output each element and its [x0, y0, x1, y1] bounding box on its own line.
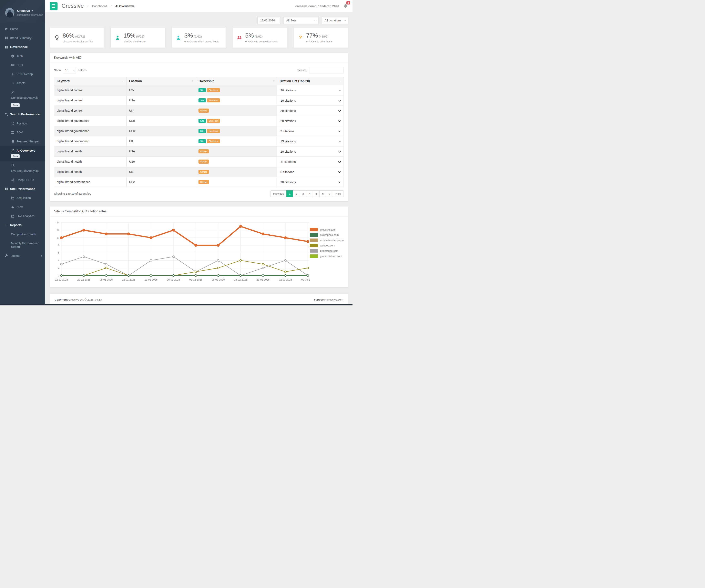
citation-accordion[interactable]: 20 citations — [280, 150, 341, 153]
svg-text:0: 0 — [58, 274, 59, 277]
column-header-citation-list-top-20[interactable]: Citation List (Top 20)↑↓ — [277, 77, 343, 85]
legend-swatch — [310, 238, 318, 242]
sidebar-item-competitive-health[interactable]: Competitive Health — [0, 230, 45, 239]
previous-page-button[interactable]: Previous — [271, 190, 287, 197]
page-5-button[interactable]: 5 — [313, 190, 320, 197]
sidebar-item-ai-overviews[interactable]: AI OverviewsBeta — [0, 146, 45, 161]
legend-label: brightedge.com — [320, 249, 338, 253]
svg-text:02-03-2026: 02-03-2026 — [279, 278, 292, 281]
keywords-panel-title: Keywords with AIO — [50, 53, 348, 63]
beta-badge: Beta — [11, 154, 19, 158]
citation-accordion[interactable]: 9 citations — [280, 129, 341, 133]
menu-toggle-button[interactable] — [50, 2, 57, 10]
sidebar-item-toolbox[interactable]: Toolbox — [0, 252, 45, 260]
sidebar-item-tech[interactable]: Tech — [0, 52, 45, 60]
location-cell: UK — [127, 136, 196, 146]
stat-fraction: (2/62) — [194, 35, 202, 38]
page-2-button[interactable]: 2 — [293, 190, 300, 197]
next-page-button[interactable]: Next — [333, 190, 344, 197]
sort-icon: ↑↓ — [339, 79, 341, 82]
stat-label: of AIOs cite client owned hosts — [184, 40, 219, 43]
sidebar-item-search-performance[interactable]: Search Performance — [0, 110, 45, 119]
sidebar-item-home[interactable]: Home — [0, 25, 45, 34]
user-menu[interactable]: Cressive — [17, 9, 43, 12]
citation-accordion[interactable]: 20 citations — [280, 89, 341, 92]
collapse-icon[interactable] — [40, 255, 43, 257]
sidebar-item-site-performance[interactable]: Site Performance — [0, 184, 45, 194]
page-size-select[interactable]: 10 — [63, 67, 76, 74]
sidebar-item-acquisition[interactable]: Acquisition — [0, 193, 45, 202]
support-email[interactable]: support@cressive.com — [314, 298, 343, 301]
sidebar-item-cro[interactable]: CRO — [0, 202, 45, 212]
ownership-badge: Site Host — [207, 139, 220, 143]
sort-icon: ↑↓ — [273, 79, 275, 82]
sidebar-item-featured-snippet[interactable]: Featured Snippet — [0, 137, 45, 146]
citation-accordion[interactable]: 10 citations — [280, 99, 341, 102]
grid-icon — [4, 36, 8, 40]
location-cell: USw — [127, 126, 196, 136]
sidebar-item-assets[interactable]: Assets — [0, 79, 45, 88]
keyword-cell: digital brand health — [54, 156, 127, 167]
citation-accordion[interactable]: 20 citations — [280, 180, 341, 184]
page-1-button[interactable]: 1 — [286, 190, 293, 197]
date-filter-input[interactable] — [257, 17, 280, 24]
location-cell: USw — [127, 156, 196, 167]
sidebar-item-governance[interactable]: Governance — [0, 42, 45, 52]
chart-line-icon — [11, 196, 15, 200]
legend-label: crownpeak.com — [320, 233, 339, 236]
page-7-button[interactable]: 7 — [326, 190, 333, 197]
sets-filter-select[interactable]: All Sets — [284, 17, 319, 24]
page-4-button[interactable]: 4 — [306, 190, 313, 197]
ownership-badge: Site — [198, 119, 206, 123]
sidebar-item-label: Search Performance — [10, 112, 40, 116]
grid-icon — [4, 187, 8, 191]
column-header-location[interactable]: Location↑↓ — [127, 77, 196, 85]
breadcrumb-dashboard[interactable]: Dashboard — [92, 4, 107, 8]
sidebar-item-sov[interactable]: SOV — [0, 128, 45, 137]
svg-text:6: 6 — [58, 252, 59, 254]
svg-text:05-01-2026: 05-01-2026 — [100, 278, 113, 281]
sidebar-item-brand-summary[interactable]: Brand Summary — [0, 34, 45, 42]
pagination: Previous1234567Next — [271, 190, 344, 197]
locations-filter-select[interactable]: All Locations — [322, 17, 348, 24]
page-3-button[interactable]: 3 — [300, 190, 307, 197]
sidebar-item-compliance-analysis[interactable]: Compliance AnalysisBeta — [0, 88, 45, 110]
sidebar-item-reports[interactable]: Reports — [0, 221, 45, 230]
svg-text:1: 1 — [13, 178, 14, 180]
stat-value: 3% — [184, 32, 193, 39]
citation-accordion[interactable]: 20 citations — [280, 119, 341, 123]
svg-text:8: 8 — [58, 244, 59, 247]
svg-text:12-01-2026: 12-01-2026 — [122, 278, 135, 281]
sidebar-item-position[interactable]: 19Position — [0, 119, 45, 128]
ownership-badge: Site Host — [207, 119, 220, 123]
citation-accordion[interactable]: 6 citations — [280, 170, 341, 174]
citation-accordion[interactable]: 15 citations — [280, 140, 341, 143]
sidebar-item-p-n-overlap[interactable]: P-N Overlap — [0, 70, 45, 79]
location-cell: USe — [127, 177, 196, 187]
sidebar-item-seo[interactable]: SEO — [0, 60, 45, 70]
sidebar-item-monthly-performance-report[interactable]: Monthly Performance Report — [0, 239, 45, 252]
ownership-cell: SiteSite Host — [196, 85, 277, 95]
chevron-down-icon — [344, 19, 346, 21]
sidebar-item-live-search-analytics[interactable]: Live Search Analytics — [0, 161, 45, 175]
column-header-keyword[interactable]: Keyword↑↓ — [54, 77, 127, 85]
column-header-ownership[interactable]: Ownership↑↓ — [196, 77, 277, 85]
citation-accordion[interactable]: 11 citations — [280, 160, 341, 164]
keyword-cell: digital brand control — [54, 95, 127, 105]
legend-label: activestandards.com — [320, 239, 344, 242]
citation-accordion[interactable]: 20 citations — [280, 109, 341, 112]
notifications-button[interactable]: 2 — [343, 3, 348, 9]
sidebar-item-live-analytics[interactable]: Live Analytics — [0, 212, 45, 221]
chart-panel-title: Site vs Competitor AIO citation rates — [50, 207, 348, 217]
stat-fraction: (9/62) — [136, 35, 144, 38]
citation-count: 20 citations — [281, 180, 296, 184]
stat-value: 77% — [306, 32, 318, 39]
sidebar-item-deep-serps[interactable]: 19Deep SERPs — [0, 176, 45, 184]
citation-count: 6 citations — [281, 170, 294, 174]
search-input[interactable] — [309, 67, 344, 74]
page-6-button[interactable]: 6 — [320, 190, 326, 197]
avatar[interactable] — [5, 8, 15, 17]
svg-text:9: 9 — [13, 124, 14, 125]
breadcrumb-separator: / — [88, 4, 88, 8]
sidebar-item-label: Deep SERPs — [16, 178, 34, 182]
